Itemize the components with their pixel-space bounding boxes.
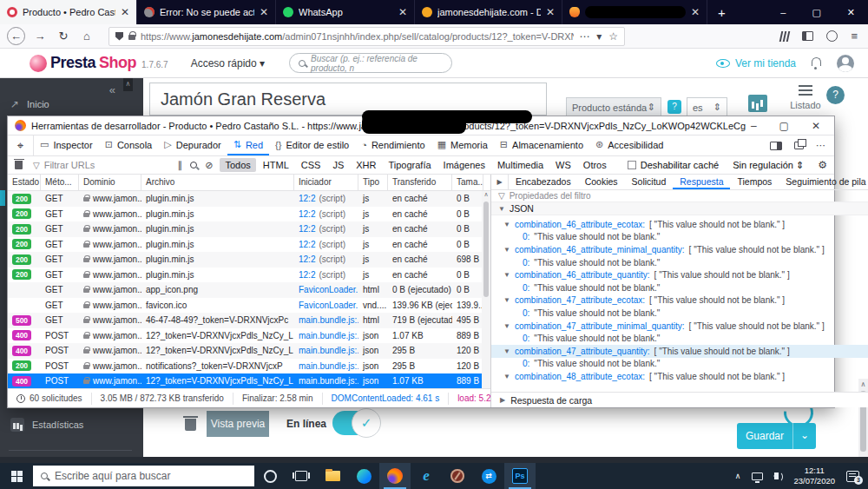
request-row-4[interactable]: 200GETwww.jamon...plugin.min.js12:2 (scr… [8, 252, 490, 268]
maximize-icon[interactable]: ▢ [799, 0, 833, 24]
properties-filter-input[interactable]: ▽ Propiedades del filtro [491, 190, 868, 202]
request-row-2[interactable]: 200GETwww.jamon...plugin.min.js12:2 (scr… [8, 221, 490, 237]
collapse-arrow-icon[interactable]: ▼ [503, 322, 510, 330]
browser-tab-1[interactable]: Error: No se puede actualizar la✕ [137, 0, 276, 24]
back-icon[interactable]: ← [7, 27, 25, 45]
devtools-tab-inspector[interactable]: ▭Inspector [34, 135, 99, 155]
request-row-12[interactable]: 400POSTwww.jamon...12?_token=V-DRXNVjcxP… [8, 373, 490, 388]
throttling-select[interactable]: Sin regulación ⇕ [733, 160, 804, 171]
prestashop-logo[interactable]: PrestaShop 1.7.6.7 [30, 54, 168, 72]
json-child-row-3[interactable]: 0:"This value should not be blank." [491, 307, 868, 320]
clear-requests-icon[interactable] [15, 161, 23, 169]
tab-close-icon[interactable]: ✕ [546, 6, 555, 18]
json-child-row-1[interactable]: 0:"This value should not be blank." [491, 256, 868, 269]
url-bar[interactable]: https://www.jamonesdehijate.com/admin071… [108, 27, 625, 46]
dock-options-icon[interactable] [794, 142, 804, 149]
close-icon[interactable]: ✕ [834, 0, 868, 24]
lock-icon[interactable] [128, 35, 135, 40]
reload-icon[interactable]: ↻ [55, 30, 72, 43]
firefox-button[interactable] [379, 463, 411, 489]
initiator-link[interactable]: main.bundle.js:... [299, 361, 358, 371]
json-section-header[interactable]: ▼ JSON [491, 202, 868, 215]
detail-tab-solicitud[interactable]: Solicitud [625, 175, 674, 189]
preview-button[interactable]: Vista previa [207, 411, 269, 437]
column-header-2[interactable]: Dominio [79, 175, 141, 190]
type-filter-imágenes[interactable]: Imágenes [438, 158, 490, 172]
collapse-arrow-icon[interactable]: ▼ [503, 271, 510, 279]
sidebar-item-inicio[interactable]: ↗ Inicio [10, 98, 49, 110]
detail-tab-seguimiento-de-pila[interactable]: Seguimiento de pila [779, 175, 868, 189]
column-header-4[interactable]: Iniciador [294, 175, 358, 190]
save-button[interactable]: Guardar ⌄ [737, 423, 816, 449]
expand-arrow-icon[interactable]: ▶ [500, 396, 505, 404]
json-key-row-2[interactable]: ▼combination_46_attribute_quantity:[ "Th… [491, 268, 868, 281]
column-header-6[interactable]: Transferido [388, 175, 452, 190]
menu-icon[interactable]: ≡ [851, 30, 858, 43]
pocket-icon[interactable]: ▾ [596, 30, 602, 43]
tab-close-icon[interactable]: ✕ [260, 6, 268, 18]
initiator-link[interactable]: FaviconLoader.... [299, 301, 358, 310]
type-filter-todos[interactable]: Todos [220, 158, 255, 172]
home-icon[interactable]: ⌂ [78, 30, 95, 43]
bookmark-star-icon[interactable]: ☆ [608, 30, 618, 43]
sidebar-scroll-up-icon[interactable]: ∧ [123, 78, 133, 91]
type-filter-html[interactable]: HTML [258, 158, 294, 172]
product-type-select[interactable]: Producto estánda⇕ [566, 97, 661, 117]
devtools-tab-performance[interactable]: ◔Rendimiento [355, 135, 431, 155]
delete-trash-icon[interactable] [185, 419, 196, 431]
devtools-tab-console[interactable]: ⊡Consola [99, 135, 159, 155]
devtools-tab-memory[interactable]: ▦Memoria [431, 135, 494, 155]
initiator-link[interactable]: 12:2 [299, 270, 315, 280]
tab-close-icon[interactable]: ✕ [398, 6, 407, 18]
devtools-tab-style-editor[interactable]: {}Editor de estilo [269, 135, 355, 155]
sidebar-toggle-icon[interactable] [802, 31, 813, 41]
collapse-arrow-icon[interactable]: ▼ [503, 246, 510, 254]
request-row-0[interactable]: 200GETwww.jamon...plugin.min.js12:2 (scr… [8, 191, 490, 207]
type-filter-tipografía[interactable]: Tipografía [383, 158, 436, 172]
column-header-0[interactable]: Estado [8, 175, 41, 190]
admin-search-input[interactable]: Buscar (p. ej.: referencia de producto, … [289, 53, 452, 73]
initiator-link[interactable]: 12:2 [299, 254, 315, 264]
browser-tab-2[interactable]: WhatsApp✕ [276, 0, 415, 24]
tray-expand-icon[interactable]: ∧ [735, 472, 741, 480]
request-row-3[interactable]: 200GETwww.jamon...plugin.min.js12:2 (scr… [8, 237, 490, 253]
photoshop-button[interactable]: Ps [504, 463, 536, 489]
initiator-link[interactable]: 12:2 [299, 224, 315, 234]
url-text[interactable]: https://www.jamonesdehijate.com/admin071… [141, 31, 574, 42]
json-key-row-6[interactable]: ▼combination_48_attribute_ecotax:[ "This… [491, 370, 868, 383]
network-tray-icon[interactable] [752, 472, 763, 480]
json-key-row-1[interactable]: ▼combination_46_attribute_minimal_quanti… [491, 243, 868, 256]
column-header-3[interactable]: Archivo [141, 175, 294, 190]
json-key-row-3[interactable]: ▼combination_47_attribute_ecotax:[ "This… [491, 294, 868, 307]
initiator-link[interactable]: 12:2 [299, 194, 315, 203]
task-view-button[interactable] [286, 463, 317, 489]
initiator-link[interactable]: main.bundle.js:... [299, 346, 358, 355]
minimize-icon[interactable]: – [767, 0, 799, 24]
tab-close-icon[interactable]: ✕ [121, 6, 129, 18]
block-requests-icon[interactable]: ⊘ [205, 160, 213, 171]
request-row-5[interactable]: 200GETwww.jamon...plugin.min.js12:2 (scr… [8, 268, 490, 283]
sidebar-collapse-icon[interactable]: « [109, 83, 115, 96]
browser-tab-4[interactable]: ✕ [562, 0, 707, 24]
detail-tab-cookies[interactable]: Cookies [578, 175, 625, 189]
pause-traffic-icon[interactable]: ∥ [178, 160, 183, 171]
detail-tab-respuesta[interactable]: Respuesta [673, 175, 730, 189]
type-help-icon[interactable]: ? [667, 100, 681, 114]
initiator-link[interactable]: main.bundle.js:... [299, 331, 358, 340]
payload-section-header[interactable]: ▶ Respuesta de carga [491, 392, 868, 407]
collapse-arrow-icon[interactable]: ▼ [503, 373, 510, 380]
forward-icon[interactable]: → [31, 30, 49, 43]
devtools-tab-storage[interactable]: ⊟Almacenamiento [494, 135, 589, 155]
collapse-arrow-icon[interactable]: ▼ [503, 221, 510, 228]
type-filter-js[interactable]: JS [327, 158, 349, 172]
request-row-1[interactable]: 200GETwww.jamon...plugin.min.js12:2 (scr… [8, 207, 490, 222]
detail-tab-tiempos[interactable]: Tiempos [730, 175, 779, 189]
new-tab-button[interactable]: + [707, 0, 736, 24]
teamviewer-button[interactable]: ⇄ [473, 463, 504, 489]
initiator-link[interactable]: main.bundle.js:... [299, 315, 358, 325]
tab-close-icon[interactable]: ✕ [691, 6, 700, 18]
edge-button[interactable] [348, 463, 379, 489]
checkbox-icon[interactable] [628, 161, 636, 169]
user-avatar[interactable] [837, 55, 854, 72]
devtools-maximize-icon[interactable]: ▢ [779, 120, 789, 132]
